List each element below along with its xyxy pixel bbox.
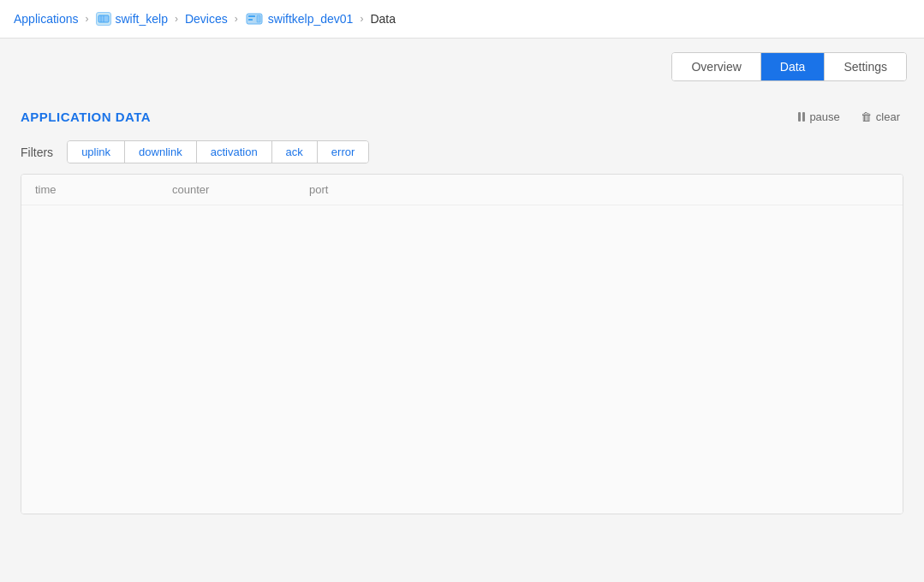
breadcrumb-device-label: swiftkelp_dev01 — [268, 12, 354, 26]
breadcrumb-applications-label: Applications — [14, 12, 79, 26]
filters-row: Filters uplink downlink activation ack e… — [21, 140, 903, 163]
pause-icon — [798, 112, 805, 122]
breadcrumb-sep-1: › — [86, 13, 89, 25]
clear-button[interactable]: 🗑 clear — [857, 109, 903, 125]
filter-activation[interactable]: activation — [197, 141, 272, 163]
col-time: time — [35, 183, 172, 196]
data-table: time counter port — [21, 174, 903, 514]
col-port: port — [309, 183, 446, 196]
clear-label: clear — [876, 110, 900, 123]
breadcrumb-applications[interactable]: Applications — [14, 12, 79, 26]
main-content: APPLICATION DATA pause 🗑 clear Filters u… — [0, 95, 924, 574]
svg-rect-6 — [257, 15, 260, 22]
filter-error[interactable]: error — [318, 141, 368, 163]
svg-rect-5 — [248, 19, 253, 21]
breadcrumb: Applications › swift_kelp › Devices › sw… — [0, 0, 924, 39]
breadcrumb-sep-4: › — [360, 13, 363, 25]
tab-group: Overview Data Settings — [671, 52, 907, 81]
pause-label: pause — [809, 110, 839, 123]
breadcrumb-device[interactable]: swiftkelp_dev01 — [245, 12, 354, 26]
device-icon — [245, 12, 264, 26]
pause-button[interactable]: pause — [795, 109, 843, 125]
tab-bar: Overview Data Settings — [0, 39, 924, 95]
table-body — [21, 205, 903, 514]
pause-bar-1 — [798, 112, 801, 122]
table-header: time counter port — [21, 175, 903, 205]
tab-settings[interactable]: Settings — [825, 53, 906, 80]
filter-tags: uplink downlink activation ack error — [67, 140, 369, 163]
breadcrumb-sep-2: › — [175, 13, 178, 25]
breadcrumb-devices-label: Devices — [185, 12, 228, 26]
col-counter: counter — [172, 183, 309, 196]
header-actions: pause 🗑 clear — [795, 109, 903, 125]
breadcrumb-current: Data — [370, 12, 396, 26]
tab-overview[interactable]: Overview — [672, 53, 760, 80]
breadcrumb-sep-3: › — [235, 13, 238, 25]
filter-downlink[interactable]: downlink — [125, 141, 197, 163]
breadcrumb-swift-kelp[interactable]: swift_kelp — [96, 12, 168, 26]
filters-label: Filters — [21, 146, 53, 159]
trash-icon: 🗑 — [861, 110, 872, 123]
filter-uplink[interactable]: uplink — [68, 141, 125, 163]
tab-data[interactable]: Data — [761, 53, 826, 80]
section-header: APPLICATION DATA pause 🗑 clear — [21, 109, 903, 125]
breadcrumb-devices[interactable]: Devices — [185, 12, 228, 26]
breadcrumb-swift-kelp-label: swift_kelp — [116, 12, 168, 26]
pause-bar-2 — [802, 112, 805, 122]
filter-ack[interactable]: ack — [272, 141, 318, 163]
section-title: APPLICATION DATA — [21, 110, 151, 124]
app-icon — [96, 12, 111, 26]
col-rest — [446, 183, 889, 196]
svg-rect-4 — [248, 15, 255, 17]
